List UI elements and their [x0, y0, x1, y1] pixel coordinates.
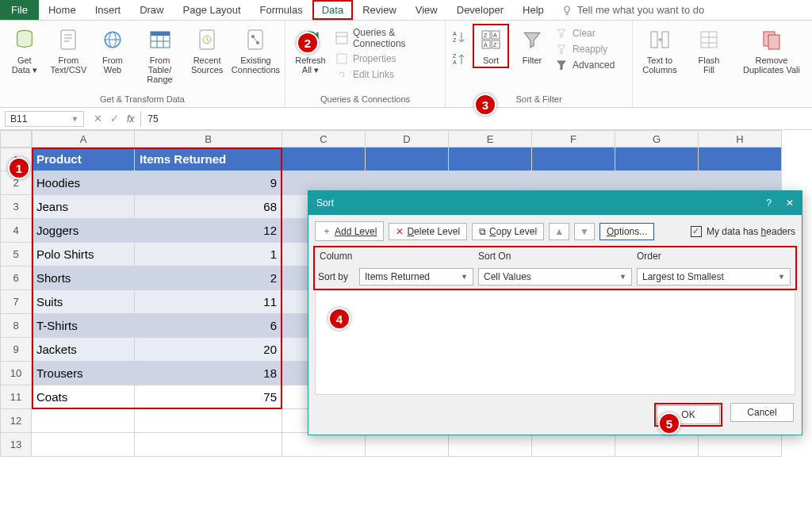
cell-B6[interactable]: 2 [135, 266, 282, 290]
row-header[interactable]: 12 [0, 409, 32, 433]
col-header-F[interactable]: F [532, 130, 615, 148]
cell-A4[interactable]: Joggers [32, 219, 135, 243]
cell-A13[interactable] [32, 433, 135, 457]
get-data-button[interactable]: Get Data ▾ [5, 24, 44, 75]
cell-blank[interactable] [699, 148, 782, 171]
cell-blank[interactable] [282, 433, 366, 457]
cell-blank[interactable] [449, 433, 532, 457]
cell-B10[interactable]: 18 [135, 362, 282, 385]
name-box-dropdown-icon[interactable]: ▼ [71, 115, 79, 123]
row-header[interactable]: 3 [0, 195, 32, 219]
tab-draw[interactable]: Draw [130, 0, 173, 20]
sort-za-button[interactable]: ZA [450, 51, 468, 68]
cell-B13[interactable] [135, 433, 282, 457]
tab-view[interactable]: View [406, 0, 447, 20]
cell-B1[interactable]: Items Returned [135, 148, 282, 171]
help-icon[interactable]: ? [766, 197, 772, 209]
col-header-A[interactable]: A [32, 130, 135, 148]
row-header[interactable]: 5 [0, 243, 32, 266]
filter-button[interactable]: Filter [514, 24, 550, 65]
recent-sources-button[interactable]: Recent Sources [187, 24, 227, 75]
existing-connections-button[interactable]: Existing Connections [232, 24, 280, 75]
sort-button[interactable]: ZAAZ Sort [473, 24, 509, 68]
cell-blank[interactable] [532, 148, 615, 171]
close-icon[interactable]: ✕ [786, 197, 794, 209]
cell-A7[interactable]: Suits [32, 290, 135, 314]
cell-blank[interactable] [282, 148, 366, 171]
cell-B3[interactable]: 68 [135, 195, 282, 219]
cell-A1[interactable]: Product [32, 148, 135, 171]
cell-A9[interactable]: Jackets [32, 338, 135, 362]
cell-B8[interactable]: 6 [135, 314, 282, 338]
file-tab[interactable]: File [0, 0, 39, 20]
enter-formula-icon[interactable]: ✓ [110, 113, 119, 125]
col-header-B[interactable]: B [135, 130, 282, 148]
queries-connections-button[interactable]: Queries & Connections [335, 27, 440, 49]
sort-on-combo[interactable]: Cell Values▼ [478, 268, 632, 285]
cell-blank[interactable] [532, 433, 615, 457]
row-header[interactable]: 13 [0, 433, 32, 457]
tell-me-search[interactable]: Tell me what you want to do [561, 0, 704, 20]
tab-review[interactable]: Review [353, 0, 406, 20]
fx-icon[interactable]: fx [127, 113, 134, 125]
cell-A3[interactable]: Jeans [32, 195, 135, 219]
sort-az-button[interactable]: AZ [450, 29, 468, 46]
cell-blank[interactable] [699, 433, 782, 457]
delete-level-button[interactable]: ✕ Delete Level [389, 223, 467, 240]
col-header-E[interactable]: E [449, 130, 532, 148]
cancel-button[interactable]: Cancel [730, 403, 794, 422]
cell-blank[interactable] [366, 148, 449, 171]
reapply-button[interactable]: Reapply [555, 43, 615, 56]
cell-A5[interactable]: Polo Shirts [32, 243, 135, 266]
row-header[interactable]: 11 [0, 385, 32, 409]
from-text-csv-button[interactable]: From Text/CSV [49, 24, 89, 75]
order-combo[interactable]: Largest to Smallest▼ [637, 268, 791, 285]
properties-button[interactable]: Properties [335, 52, 440, 65]
move-up-button[interactable]: ▲ [549, 223, 569, 240]
text-to-columns-button[interactable]: Text to Columns [638, 24, 682, 75]
from-web-button[interactable]: From Web [93, 24, 132, 75]
cell-B11[interactable]: 75 [135, 385, 282, 409]
cell-A8[interactable]: T-Shirts [32, 314, 135, 338]
col-header-C[interactable]: C [282, 130, 366, 148]
row-header[interactable]: 4 [0, 219, 32, 243]
tab-developer[interactable]: Developer [447, 0, 513, 20]
add-level-button[interactable]: ＋ Add Level [315, 221, 384, 241]
sort-by-combo[interactable]: Items Returned▼ [359, 268, 473, 285]
tab-help[interactable]: Help [513, 0, 553, 20]
cell-A6[interactable]: Shorts [32, 266, 135, 290]
edit-links-button[interactable]: Edit Links [335, 68, 440, 81]
my-data-has-headers-checkbox[interactable]: ✓ My data has headers [691, 226, 795, 237]
cell-B12[interactable] [135, 409, 282, 433]
cell-B4[interactable]: 12 [135, 219, 282, 243]
remove-duplicates-button[interactable]: Remove Duplicates Vali [736, 24, 807, 75]
cell-A12[interactable] [32, 409, 135, 433]
options-button[interactable]: Options... [599, 223, 654, 240]
cell-A11[interactable]: Coats [32, 385, 135, 409]
cell-blank[interactable] [615, 433, 699, 457]
cell-B2[interactable]: 9 [135, 171, 282, 195]
row-header[interactable]: 7 [0, 290, 32, 314]
col-header-H[interactable]: H [699, 130, 782, 148]
cell-A2[interactable]: Hoodies [32, 171, 135, 195]
cell-B9[interactable]: 20 [135, 338, 282, 362]
from-table-range-button[interactable]: From Table/ Range [137, 24, 183, 84]
sort-dialog-titlebar[interactable]: Sort ? ✕ [308, 191, 802, 215]
cell-blank[interactable] [615, 148, 699, 171]
move-down-button[interactable]: ▼ [574, 223, 595, 240]
row-header[interactable]: 10 [0, 362, 32, 385]
cell-A10[interactable]: Trousers [32, 362, 135, 385]
flash-fill-button[interactable]: Flash Fill [687, 24, 731, 75]
select-all-corner[interactable] [0, 130, 32, 148]
cell-B7[interactable]: 11 [135, 290, 282, 314]
row-header[interactable]: 9 [0, 338, 32, 362]
cell-blank[interactable] [366, 433, 449, 457]
cell-blank[interactable] [449, 148, 532, 171]
tab-formulas[interactable]: Formulas [251, 0, 312, 20]
col-header-G[interactable]: G [615, 130, 699, 148]
tab-home[interactable]: Home [39, 0, 86, 20]
copy-level-button[interactable]: ⧉ Copy Level [472, 223, 544, 240]
clear-button[interactable]: Clear [555, 27, 615, 40]
formula-input[interactable]: 75 [140, 111, 812, 127]
row-header[interactable]: 6 [0, 266, 32, 290]
